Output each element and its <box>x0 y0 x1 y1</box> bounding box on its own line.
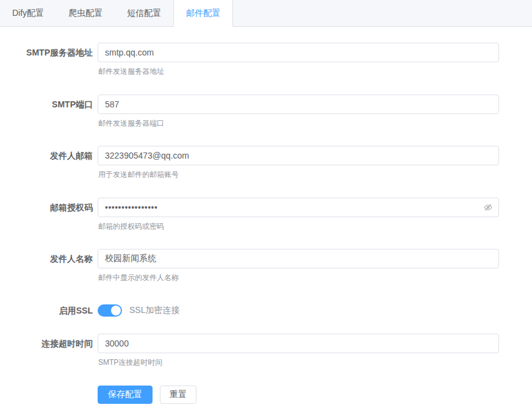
sender-name-label: 发件人名称 <box>0 249 98 283</box>
smtp-host-input[interactable] <box>98 43 499 62</box>
sender-email-label: 发件人邮箱 <box>0 146 98 180</box>
auth-code-row: 邮箱授权码 邮箱的授权码或密码 <box>0 198 499 232</box>
tab-sms-config[interactable]: 短信配置 <box>115 0 173 27</box>
sender-name-row: 发件人名称 邮件中显示的发件人名称 <box>0 249 499 283</box>
sender-name-input[interactable] <box>98 249 499 268</box>
smtp-port-row: SMTP端口 邮件发送服务器端口 <box>0 95 499 129</box>
reset-button[interactable]: 重置 <box>160 386 196 404</box>
ssl-toggle-switch[interactable] <box>98 304 122 317</box>
ssl-row: 启用SSL SSL加密连接 <box>0 301 499 320</box>
smtp-host-label: SMTP服务器地址 <box>0 43 98 77</box>
smtp-port-hint: 邮件发送服务器端口 <box>98 119 499 129</box>
tab-email-config[interactable]: 邮件配置 <box>173 0 233 27</box>
sender-email-row: 发件人邮箱 用于发送邮件的邮箱账号 <box>0 146 499 180</box>
auth-code-hint: 邮箱的授权码或密码 <box>98 222 499 232</box>
tab-crawler-config[interactable]: 爬虫配置 <box>56 0 115 27</box>
save-config-button[interactable]: 保存配置 <box>98 386 153 404</box>
ssl-description: SSL加密连接 <box>129 305 179 316</box>
auth-code-input[interactable] <box>98 198 499 217</box>
sender-email-input[interactable] <box>98 146 499 165</box>
form-actions: 保存配置 重置 <box>0 386 499 404</box>
tab-bar-filler <box>233 0 532 27</box>
smtp-port-label: SMTP端口 <box>0 95 98 129</box>
smtp-host-row: SMTP服务器地址 邮件发送服务器地址 <box>0 43 499 77</box>
hide-eye-icon[interactable] <box>483 203 493 212</box>
timeout-hint: SMTP连接超时时间 <box>98 358 499 368</box>
auth-code-label: 邮箱授权码 <box>0 198 98 232</box>
timeout-label: 连接超时时间 <box>0 334 98 368</box>
ssl-label: 启用SSL <box>0 301 98 320</box>
timeout-row: 连接超时时间 SMTP连接超时时间 <box>0 334 499 368</box>
email-config-form: SMTP服务器地址 邮件发送服务器地址 SMTP端口 邮件发送服务器端口 发件人… <box>0 27 532 404</box>
timeout-input[interactable] <box>98 334 499 353</box>
sender-email-hint: 用于发送邮件的邮箱账号 <box>98 170 499 180</box>
sender-name-hint: 邮件中显示的发件人名称 <box>98 273 499 283</box>
config-tab-bar: Dify配置 爬虫配置 短信配置 邮件配置 <box>0 0 532 27</box>
tab-dify-config[interactable]: Dify配置 <box>0 0 56 27</box>
smtp-host-hint: 邮件发送服务器地址 <box>98 67 499 77</box>
smtp-port-input[interactable] <box>98 95 499 114</box>
